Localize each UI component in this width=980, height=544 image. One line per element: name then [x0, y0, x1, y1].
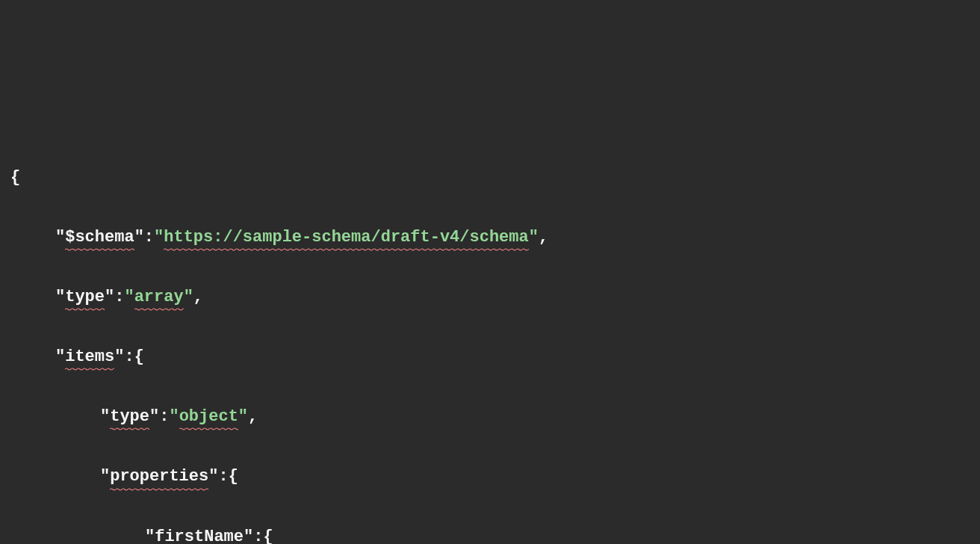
code-line: "$schema":"https://sample-schema/draft-v…: [10, 223, 970, 253]
code-line: "items":{: [10, 342, 970, 372]
code-editor[interactable]: { "$schema":"https://sample-schema/draft…: [10, 133, 970, 544]
code-line: "type":"object",: [10, 402, 970, 432]
json-val-object: "object": [169, 407, 248, 426]
code-line: {: [10, 163, 970, 193]
json-key-firstName: firstName: [155, 528, 244, 544]
code-line: "firstName":{: [10, 522, 970, 544]
json-key-items: items: [65, 347, 114, 366]
code-line: "type":"array",: [10, 282, 970, 312]
json-val-schema: "https://sample-schema/draft-v4/schema": [154, 228, 539, 247]
brace-open: {: [10, 168, 20, 187]
json-key-type: type: [110, 407, 149, 426]
json-key-properties: properties: [110, 467, 208, 486]
code-line: "properties":{: [10, 462, 970, 492]
json-key-schema: $schema: [65, 228, 134, 247]
json-val-array: "array": [124, 288, 193, 306]
json-key-type: type: [65, 288, 105, 306]
